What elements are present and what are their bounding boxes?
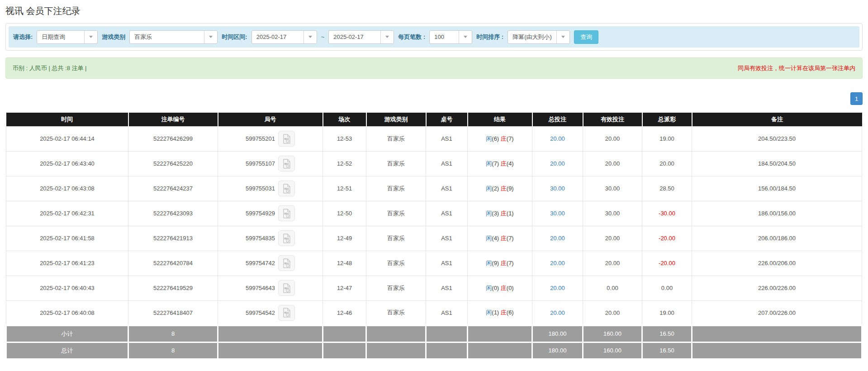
round-id-text: 599754643 bbox=[246, 285, 275, 291]
page-size-select[interactable]: 100 bbox=[429, 30, 472, 44]
page-size-value: 100 bbox=[430, 33, 459, 40]
header-table-no: 桌号 bbox=[426, 113, 468, 126]
subtotal-label: 小计 bbox=[6, 325, 128, 342]
search-button[interactable]: 查询 bbox=[574, 30, 598, 44]
video-replay-button[interactable] bbox=[278, 156, 295, 171]
cell-session: 12-50 bbox=[323, 201, 366, 226]
cell-time: 2025-02-17 06:41:58 bbox=[6, 226, 128, 251]
cell-valid-bet: 20.00 bbox=[583, 126, 642, 151]
result-banker-score: (1) bbox=[507, 210, 514, 217]
time-sort-select[interactable]: 降冪(由大到小) bbox=[508, 30, 570, 44]
cell-payout: 28.50 bbox=[642, 176, 692, 201]
page-1-button[interactable]: 1 bbox=[850, 92, 863, 105]
header-total-bet: 总投注 bbox=[532, 113, 583, 126]
cell-game-type: 百家乐 bbox=[366, 176, 426, 201]
date-to-select[interactable]: 2025-02-17 bbox=[328, 30, 394, 44]
video-record-icon bbox=[282, 184, 291, 194]
result-player-score: (0) bbox=[492, 285, 499, 291]
valid-bet-notice: 同局有效投注，统一计算在该局第一张注单内 bbox=[738, 64, 855, 72]
cell-remark: 207.00/226.00 bbox=[692, 300, 862, 325]
result-banker-score: (4) bbox=[507, 160, 514, 167]
header-game-type: 游戏类别 bbox=[366, 113, 426, 126]
cell-payout: -20.00 bbox=[642, 226, 692, 251]
cell-total-bet[interactable]: 20.00 bbox=[532, 251, 583, 276]
cell-session: 12-48 bbox=[323, 251, 366, 276]
subtotal-row: 小计 8 180.00 160.00 16.50 bbox=[6, 325, 862, 342]
header-session: 场次 bbox=[323, 113, 366, 126]
cell-bet-id: 522276418407 bbox=[128, 300, 218, 325]
cell-session: 12-53 bbox=[323, 126, 366, 151]
round-id-wrap: 599755201 bbox=[218, 131, 322, 147]
cell-total-bet[interactable]: 20.00 bbox=[532, 126, 583, 151]
page-container: 视讯 会员下注纪录 请选择: 日期查询 游戏类别 百家乐 时间区间: 2025-… bbox=[0, 5, 868, 360]
result-banker-label: 庄 bbox=[501, 135, 507, 142]
cell-bet-id: 522276426299 bbox=[128, 126, 218, 151]
cell-payout: -20.00 bbox=[642, 251, 692, 276]
cell-remark: 186.00/156.00 bbox=[692, 201, 862, 226]
video-replay-button[interactable] bbox=[278, 255, 295, 271]
round-id-text: 599754742 bbox=[246, 260, 275, 266]
cell-time: 2025-02-17 06:41:23 bbox=[6, 251, 128, 276]
cell-result: 闲(9) 庄(7) bbox=[468, 251, 532, 276]
round-id-wrap: 599754835 bbox=[218, 230, 322, 246]
cell-total-bet[interactable]: 20.00 bbox=[532, 276, 583, 300]
query-type-select[interactable]: 日期查询 bbox=[37, 30, 98, 44]
cell-table-no: AS1 bbox=[426, 176, 468, 201]
video-replay-button[interactable] bbox=[278, 305, 295, 321]
date-from-select[interactable]: 2025-02-17 bbox=[251, 30, 317, 44]
result-player-label: 闲 bbox=[486, 210, 492, 217]
cell-total-bet[interactable]: 30.00 bbox=[532, 201, 583, 226]
cell-result: 闲(2) 庄(9) bbox=[468, 176, 532, 201]
date-to-value: 2025-02-17 bbox=[329, 33, 380, 40]
cell-total-bet[interactable]: 20.00 bbox=[532, 300, 583, 325]
result-player-label: 闲 bbox=[486, 285, 492, 291]
cell-game-type: 百家乐 bbox=[366, 151, 426, 176]
video-replay-button[interactable] bbox=[278, 181, 295, 196]
result-banker-score: (9) bbox=[507, 185, 514, 192]
video-replay-button[interactable] bbox=[278, 205, 295, 221]
header-round-id: 局号 bbox=[218, 113, 323, 126]
video-replay-button[interactable] bbox=[278, 230, 295, 246]
cell-game-type: 百家乐 bbox=[366, 276, 426, 300]
total-count: 8 bbox=[128, 342, 218, 359]
cell-table-no: AS1 bbox=[426, 201, 468, 226]
result-player-score: (1) bbox=[492, 309, 499, 316]
video-replay-button[interactable] bbox=[278, 131, 295, 147]
table-body: 2025-02-17 06:44:14522276426299599755201… bbox=[6, 126, 862, 325]
total-bet-link: 30.00 bbox=[550, 185, 565, 192]
result-banker-label: 庄 bbox=[501, 185, 507, 192]
result-banker-label: 庄 bbox=[501, 160, 507, 167]
currency-total-text: 币别 : 人民币 | 总共 :8 注单 | bbox=[13, 64, 87, 72]
cell-total-bet[interactable]: 20.00 bbox=[532, 151, 583, 176]
video-replay-button[interactable] bbox=[278, 280, 295, 296]
game-type-select[interactable]: 百家乐 bbox=[129, 30, 218, 44]
total-bet-link: 20.00 bbox=[550, 260, 565, 266]
result-player-label: 闲 bbox=[486, 135, 492, 142]
cell-time: 2025-02-17 06:43:08 bbox=[6, 176, 128, 201]
cell-time: 2025-02-17 06:40:43 bbox=[6, 276, 128, 300]
time-range-label: 时间区间: bbox=[222, 33, 247, 41]
video-record-icon bbox=[282, 233, 291, 243]
result-banker-label: 庄 bbox=[501, 285, 507, 291]
result-banker-score: (6) bbox=[507, 309, 514, 316]
cell-remark: 206.00/186.00 bbox=[692, 226, 862, 251]
subtotal-total-bet: 180.00 bbox=[532, 325, 583, 342]
result-player-score: (3) bbox=[492, 210, 499, 217]
cell-game-type: 百家乐 bbox=[366, 201, 426, 226]
round-id-text: 599754929 bbox=[246, 210, 275, 217]
total-total-bet: 180.00 bbox=[532, 342, 583, 359]
total-label: 总计 bbox=[6, 342, 128, 359]
total-bet-link: 30.00 bbox=[550, 210, 565, 217]
total-row: 总计 8 180.00 160.00 16.50 bbox=[6, 342, 862, 359]
cell-total-bet[interactable]: 20.00 bbox=[532, 226, 583, 251]
video-record-icon bbox=[282, 283, 291, 293]
total-bet-link: 20.00 bbox=[550, 135, 565, 142]
cell-game-type: 百家乐 bbox=[366, 251, 426, 276]
cell-session: 12-46 bbox=[323, 300, 366, 325]
cell-total-bet[interactable]: 30.00 bbox=[532, 176, 583, 201]
result-banker-score: (7) bbox=[507, 235, 514, 242]
cell-bet-id: 522276420784 bbox=[128, 251, 218, 276]
table-header: 时间 注单编号 局号 场次 游戏类别 桌号 结果 总投注 有效投注 总派彩 备注 bbox=[6, 113, 862, 126]
header-remark: 备注 bbox=[692, 113, 862, 126]
time-sort-label: 时间排序 : bbox=[476, 33, 503, 41]
